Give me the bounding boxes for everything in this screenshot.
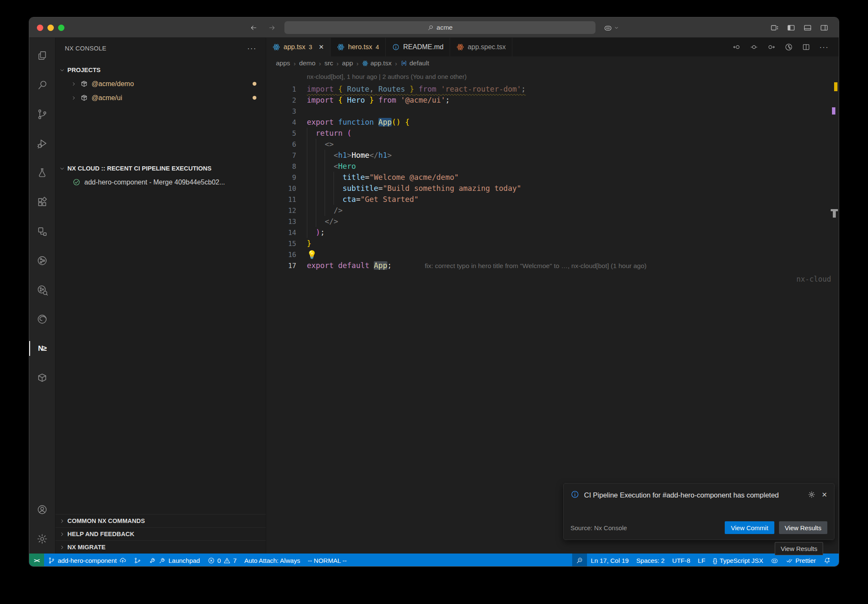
section-help-and-feedback[interactable]: HELP AND FEEDBACK [56, 527, 266, 540]
project-item[interactable]: @acme/ui [56, 91, 266, 105]
editor-group: app.tsx3✕hero.tsx4README.mdapp.spec.tsx … [266, 38, 839, 554]
status-gitlens-launchpad[interactable]: Launchpad [145, 554, 203, 567]
status-problems[interactable]: 07 [204, 554, 241, 567]
activity-source-control-icon[interactable] [29, 100, 56, 129]
status-notifications-bell[interactable] [820, 554, 835, 567]
tab-app.spec.tsx[interactable]: app.spec.tsx [450, 38, 512, 56]
code-line-15[interactable]: 15} [266, 238, 839, 249]
view-results-button[interactable]: View Results [779, 521, 827, 534]
section-nx-cloud[interactable]: NX CLOUD :: RECENT CI PIPELINE EXECUTION… [56, 162, 266, 175]
toggle-primary-sidebar-icon[interactable] [787, 23, 796, 32]
status-zoom-indicator[interactable] [572, 554, 587, 567]
more-actions-icon[interactable]: ··· [247, 44, 256, 53]
notification-close-icon[interactable]: ✕ [822, 491, 827, 499]
code-line-13[interactable]: 13 </> [266, 216, 839, 227]
status-auto-attach[interactable]: Auto Attach: Always [240, 554, 304, 567]
activity-extensions-icon[interactable] [29, 187, 56, 217]
section-nx-migrate[interactable]: NX MIGRATE [56, 540, 266, 554]
view-commit-button[interactable]: View Commit [725, 521, 774, 534]
status-git-branch[interactable]: add-hero-component [44, 554, 130, 567]
more-icon[interactable]: ··· [819, 42, 829, 52]
breadcrumb-item-app.tsx[interactable]: app.tsx [362, 59, 392, 67]
close-tab-icon[interactable]: ✕ [319, 43, 324, 51]
status-prettier[interactable]: Prettier [782, 554, 820, 567]
minimize-window-button[interactable] [47, 25, 54, 31]
status-remote-indicator[interactable]: >< [29, 554, 44, 567]
next-change-icon[interactable] [767, 43, 776, 51]
code-line-11[interactable]: 11 cta="Get Started" [266, 194, 839, 205]
section-common-nx-commands[interactable]: COMMON NX COMMANDS [56, 514, 266, 527]
activity-explorer-icon[interactable] [29, 41, 56, 70]
code-line-1[interactable]: 1import { Route, Routes } from 'react-ro… [266, 84, 839, 95]
code-line-12[interactable]: 12 /> [266, 205, 839, 216]
breadcrumb-item-app[interactable]: app [342, 59, 353, 67]
activity-settings-icon[interactable] [29, 524, 56, 554]
forward-icon[interactable] [268, 24, 276, 32]
code-line-8[interactable]: 8 <Hero [266, 161, 839, 172]
status-cursor-position[interactable]: Ln 17, Col 19 [587, 554, 632, 567]
code-line-16[interactable]: 16💡 [266, 249, 839, 260]
react-icon [273, 43, 280, 51]
code-line-4[interactable]: 4export function App() { [266, 117, 839, 128]
activity-nx-console-icon[interactable]: N≥ [29, 334, 56, 363]
breadcrumb-item-src[interactable]: src [324, 59, 333, 67]
activity-edge-devtools-icon[interactable] [29, 305, 56, 334]
status-vim-mode[interactable]: -- NORMAL -- [304, 554, 351, 567]
activity-account-icon[interactable] [29, 495, 56, 524]
status-eol[interactable]: LF [694, 554, 709, 567]
code-editor[interactable]: nx-cloud[bot], 1 hour ago | 2 authors (Y… [266, 70, 839, 554]
section-projects[interactable]: PROJECTS [56, 63, 266, 77]
code-line-9[interactable]: 9 title="Welcome @acme/demo" [266, 172, 839, 183]
tab-hero.tsx[interactable]: hero.tsx4 [331, 38, 386, 56]
timeline-icon[interactable] [785, 43, 793, 51]
breadcrumb-item-default[interactable]: default [401, 59, 429, 67]
project-label: @acme/ui [92, 94, 249, 102]
prev-change-icon[interactable] [732, 43, 741, 51]
toggle-secondary-sidebar-icon[interactable] [820, 23, 829, 32]
chevron-right-icon [59, 518, 65, 524]
status-encoding[interactable]: UTF-8 [668, 554, 694, 567]
bell-dot-icon [823, 557, 831, 564]
status-copilot-status[interactable] [767, 554, 782, 567]
code-line-6[interactable]: 6 <> [266, 139, 839, 150]
breadcrumb-item-demo[interactable]: demo [299, 59, 316, 67]
pipeline-execution-item[interactable]: add-hero-component - Merge 409b44e5cb02.… [56, 175, 266, 189]
notification-settings-gear-icon[interactable] [808, 491, 815, 498]
line-number: 14 [266, 229, 296, 237]
status-git-graph[interactable] [130, 554, 145, 567]
copilot-menu[interactable] [604, 17, 619, 38]
code-line-3[interactable]: 3 [266, 106, 839, 117]
code-line-17[interactable]: 17export default App;fix: correct typo i… [266, 260, 839, 271]
code-line-7[interactable]: 7 <h1>Home</h1> [266, 150, 839, 161]
inline-blame: fix: correct typo in hero title from "We… [425, 262, 646, 269]
activity-run-debug-icon[interactable] [29, 129, 56, 158]
code-line-5[interactable]: 5 return ( [266, 128, 839, 139]
activity-references-icon[interactable] [29, 217, 56, 246]
status-indentation[interactable]: Spaces: 2 [632, 554, 668, 567]
tab-README.md[interactable]: README.md [386, 38, 450, 56]
lightbulb-icon[interactable]: 💡 [307, 250, 317, 259]
close-window-button[interactable] [37, 25, 43, 31]
command-center-search[interactable]: acme [284, 21, 595, 34]
chevron-down-icon [59, 67, 65, 73]
back-icon[interactable] [250, 24, 258, 32]
notification-source: Source: Nx Console [570, 524, 627, 531]
zoom-window-button[interactable] [58, 25, 64, 31]
activity-search-icon[interactable] [29, 70, 56, 100]
change-icon[interactable] [750, 43, 758, 51]
activity-project-graph-icon[interactable] [29, 246, 56, 275]
customize-layout-icon[interactable] [770, 23, 779, 32]
project-item[interactable]: @acme/demo [56, 77, 266, 91]
code-line-2[interactable]: 2import { Hero } from '@acme/ui'; [266, 95, 839, 106]
breadcrumb-item-apps[interactable]: apps [276, 59, 290, 67]
status-bar: ><add-hero-componentLaunchpad07Auto Atta… [29, 554, 839, 567]
tab-app.tsx[interactable]: app.tsx3✕ [266, 38, 331, 56]
status-language-mode[interactable]: {}TypeScript JSX [709, 554, 767, 567]
activity-containers-icon[interactable] [29, 363, 56, 392]
activity-graph-search-icon[interactable] [29, 275, 56, 305]
toggle-panel-icon[interactable] [803, 23, 812, 32]
activity-testing-icon[interactable] [29, 158, 56, 187]
code-line-14[interactable]: 14 ); [266, 227, 839, 238]
code-line-10[interactable]: 10 subtitle="Build something amazing tod… [266, 183, 839, 194]
split-editor-icon[interactable] [802, 43, 810, 51]
